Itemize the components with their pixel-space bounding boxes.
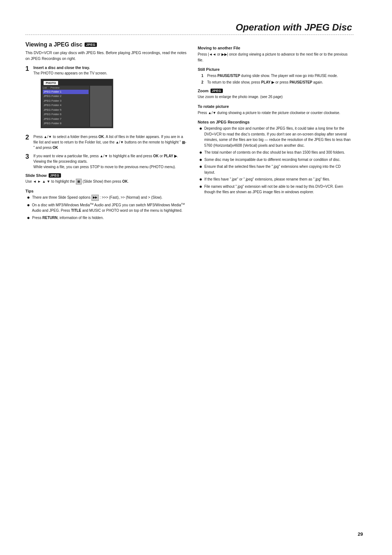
screen-folder-6: JPEG Folder 6	[43, 112, 89, 117]
note-text-1: Depending upon the size and number of th…	[204, 126, 352, 148]
step-1-content: Insert a disc and close the tray. The PH…	[33, 65, 188, 131]
page-container: Operation with JPEG Disc Viewing a JPEG …	[0, 0, 392, 555]
tip-text-3: Press RETURN, information of file is hid…	[32, 215, 103, 221]
slide-show-text: Use ◄ ► ▲ ▼ to highlight the ▦ (Slide Sh…	[25, 179, 188, 185]
screen-folder-7: JPEG Folder 7	[43, 117, 89, 122]
tips-heading: Tips	[25, 189, 188, 193]
tip-text-1: There are three Slide Speed options ▶▶ :…	[32, 195, 162, 201]
note-bullet-6: ●	[199, 184, 202, 189]
step-3-text: If you want to view a particular file, p…	[33, 153, 188, 170]
slide-show-icon: ▦	[76, 179, 82, 185]
jpeg-badge-zoom: JPEG	[211, 89, 223, 93]
note-item-6: ● File names without ".jpg" extension wi…	[199, 184, 352, 195]
speed-icon: ▶▶	[91, 195, 99, 200]
note-text-4: Ensure that all the selected files have …	[204, 164, 352, 175]
step-1-text: The PHOTO menu appears on the TV screen.	[33, 70, 188, 76]
bullet-dot-1: ●	[27, 195, 30, 200]
still-item-2: 2 To return to the slide show, press PLA…	[201, 80, 352, 85]
note-text-3: Some disc may be incompatible due to dif…	[204, 157, 340, 163]
section-heading-text: Viewing a JPEG disc	[25, 41, 82, 48]
screen-body: List Preview JPEG Folder 1 JPEG Folder 2…	[42, 86, 112, 127]
slide-show-heading: Slide Show JPEG	[25, 173, 188, 178]
note-text-2: The total number of contents on the disc…	[204, 150, 345, 155]
note-bullet-2: ●	[199, 150, 202, 155]
still-num-1: 1	[201, 73, 206, 79]
zoom-heading: Zoom JPEG	[198, 89, 352, 93]
bullet-dot-3: ●	[27, 215, 30, 220]
note-item-5: ● If the files have ".jpe" or ".jpeg" ex…	[199, 177, 352, 182]
screen-list-header: List Preview	[43, 86, 89, 89]
still-picture-list: 1 Press PAUSE/STEP during slide show. Th…	[201, 73, 352, 85]
still-num-2: 2	[201, 80, 206, 85]
slide-show-label: Slide Show	[25, 173, 47, 178]
step-2-content: Press ▲/▼ to select a folder then press …	[33, 134, 188, 150]
tips-list: ● There are three Slide Speed options ▶▶…	[27, 195, 188, 220]
preview-label: Preview	[50, 86, 60, 89]
left-column: Viewing a JPEG disc JPEG This DVD+VCR ca…	[25, 41, 188, 222]
screen-folder-4: JPEG Folder 4	[43, 103, 89, 108]
step-2-text: Press ▲/▼ to select a folder then press …	[33, 134, 188, 150]
step-1-title: Insert a disc and close the tray.	[33, 65, 188, 70]
note-item-3: ● Some disc may be incompatible due to d…	[199, 157, 352, 163]
note-bullet-4: ●	[199, 164, 202, 169]
zoom-text: Use zoom to enlarge the photo image. (se…	[198, 94, 352, 100]
screen-mockup: PHOTO List Preview JPEG Folder 1 JPEG Fo…	[41, 79, 113, 128]
page-number: 29	[358, 531, 363, 537]
note-item-2: ● The total number of contents on the di…	[199, 150, 352, 155]
still-item-1: 1 Press PAUSE/STEP during slide show. Th…	[201, 73, 352, 79]
jpeg-badge-viewing: JPEG	[85, 42, 97, 47]
note-bullet-3: ●	[199, 157, 202, 162]
step-2: 2 Press ▲/▼ to select a folder then pres…	[25, 134, 188, 150]
page-title: Operation with JPEG Disc	[25, 22, 367, 33]
step-1-number: 1	[25, 65, 31, 131]
screen-folder-5: JPEG Folder 5	[43, 108, 89, 113]
step-2-number: 2	[25, 134, 31, 150]
screen-folder-2: JPEG Folder 2	[43, 94, 89, 99]
screen-folder-3: JPEG Folder 3	[43, 99, 89, 104]
step-1: 1 Insert a disc and close the tray. The …	[25, 65, 188, 131]
main-content: Viewing a JPEG disc JPEG This DVD+VCR ca…	[25, 41, 367, 222]
screen-photo-label: PHOTO	[44, 81, 58, 85]
notes-list: ● Depending upon the size and number of …	[199, 126, 352, 195]
tip-text-2: On a disc with MP3/Windows MediaTM Audio…	[32, 202, 188, 214]
still-text-1: Press PAUSE/STEP during slide show. The …	[207, 73, 338, 79]
section-intro-text: This DVD+VCR can play discs with JPEG fi…	[25, 50, 188, 62]
still-text-2: To return to the slide show, press PLAY …	[207, 80, 323, 85]
rotate-heading: To rotate picture	[198, 104, 352, 109]
notes-heading: Notes on JPEG Recordings	[198, 120, 352, 124]
still-picture-heading: Still Picture	[198, 67, 352, 72]
note-bullet-1: ●	[199, 126, 202, 131]
step-3-content: If you want to view a particular file, p…	[33, 153, 188, 170]
moving-text: Press |◄◄ or ▶▶| once during viewing a p…	[198, 52, 352, 63]
note-bullet-5: ●	[199, 177, 202, 182]
rotate-text: Press ▲/▼ during showing a picture to ro…	[198, 110, 352, 116]
screen-header: PHOTO	[42, 80, 112, 86]
step-3: 3 If you want to view a particular file,…	[25, 153, 188, 170]
screen-preview-area	[90, 86, 112, 127]
list-label: List	[43, 86, 47, 89]
note-text-6: File names without ".jpg" extension will…	[204, 184, 352, 195]
step-3-number: 3	[25, 153, 31, 170]
note-item-4: ● Ensure that all the selected files hav…	[199, 164, 352, 175]
title-divider	[25, 35, 354, 35]
note-item-1: ● Depending upon the size and number of …	[199, 126, 352, 148]
screen-file-list: List Preview JPEG Folder 1 JPEG Folder 2…	[42, 86, 89, 127]
jpeg-badge-slideshow: JPEG	[49, 173, 61, 178]
tip-item-1: ● There are three Slide Speed options ▶▶…	[27, 195, 188, 201]
tip-item-2: ● On a disc with MP3/Windows MediaTM Aud…	[27, 202, 188, 214]
screen-folder-1: JPEG Folder 1	[43, 90, 89, 94]
moving-heading: Moving to another File	[198, 46, 352, 50]
tip-item-3: ● Press RETURN, information of file is h…	[27, 215, 188, 221]
zoom-label: Zoom	[198, 89, 209, 93]
section-heading-viewing: Viewing a JPEG disc JPEG	[25, 41, 188, 48]
right-column: Moving to another File Press |◄◄ or ▶▶| …	[198, 41, 367, 222]
bullet-dot-2: ●	[27, 202, 30, 208]
screen-folder-8: JPEG Folder 8	[43, 121, 89, 126]
note-text-5: If the files have ".jpe" or ".jpeg" exte…	[204, 177, 330, 182]
